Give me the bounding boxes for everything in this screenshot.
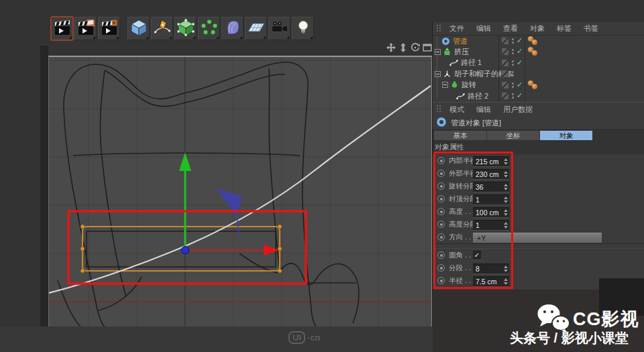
visibility-dots[interactable]	[512, 93, 514, 99]
visibility-dots[interactable]	[512, 60, 514, 66]
array-icon	[201, 19, 218, 39]
enable-check-icon[interactable]: ✓	[517, 36, 523, 45]
pipe-handles	[80, 225, 282, 273]
camera-icon	[271, 19, 288, 39]
cube-icon	[130, 19, 148, 39]
attribute-tabs: 基本 坐标 对象	[434, 131, 644, 140]
rotate-icon[interactable]	[411, 43, 420, 55]
dolly-icon[interactable]	[398, 43, 408, 55]
material-tag[interactable]	[532, 84, 537, 89]
object-tree: 管道 ✓ 挤压 ✓ 路径 1 ✓ 胡子和帽子的样条	[433, 36, 644, 102]
grip-icon[interactable]	[436, 24, 442, 34]
object-manager-menubar: 文件 编辑 查看 对象 标签 书签	[433, 22, 644, 36]
enable-check-icon[interactable]: ✓	[517, 80, 523, 89]
floor-grid-icon	[248, 19, 265, 39]
render-picture-viewer-button[interactable]	[74, 17, 97, 40]
hat-wireframe	[58, 62, 359, 327]
tab-object[interactable]: 对象	[540, 131, 592, 140]
deformer-icon	[224, 19, 241, 39]
enable-check-icon[interactable]: ✓	[517, 91, 523, 100]
pen-icon	[154, 19, 171, 39]
tube-object-icon	[441, 37, 450, 46]
tab-basic[interactable]: 基本	[434, 131, 486, 140]
grip-icon[interactable]	[436, 105, 442, 114]
tree-item-extrude[interactable]: 挤压 ✓	[433, 46, 644, 57]
null-object-icon	[443, 70, 451, 78]
ui-badge: UI	[288, 331, 305, 344]
array-modeling-button[interactable]	[198, 17, 220, 40]
menu-objects[interactable]: 对象	[524, 23, 551, 34]
visibility-dots[interactable]	[512, 71, 514, 76]
collapse-expander[interactable]	[442, 82, 448, 88]
visibility-dots[interactable]	[512, 49, 514, 54]
tree-item-pipe[interactable]: 管道 ✓	[433, 36, 644, 46]
layer-toggle[interactable]	[502, 48, 508, 55]
brand-watermark: CG影视 头条号 / 影视小课堂	[507, 299, 644, 352]
layer-toggle[interactable]	[502, 82, 508, 89]
deformer-button[interactable]	[221, 17, 244, 40]
enable-check-icon[interactable]: ✓	[517, 58, 523, 67]
layer-toggle[interactable]	[502, 60, 508, 66]
enable-check-icon[interactable]: ✓	[517, 47, 523, 56]
main-toolbar	[51, 17, 314, 40]
menu-bookmarks[interactable]: 书签	[578, 23, 604, 34]
viewport-canvas	[49, 57, 431, 328]
pan-icon[interactable]	[386, 43, 396, 55]
spline-object-icon	[456, 92, 465, 101]
extrude-object-icon	[443, 48, 451, 56]
viewport-controls	[385, 43, 432, 55]
tree-item-lathe[interactable]: 旋转 ✓	[433, 80, 644, 91]
menu-edit2[interactable]: 编辑	[470, 105, 497, 115]
attribute-object-title: 管道对象 [管道]	[433, 116, 644, 130]
clapperboard-gear-icon	[101, 19, 118, 38]
menu-view[interactable]: 查看	[497, 23, 524, 34]
gizmo-origin	[182, 247, 189, 254]
camera-button[interactable]	[268, 17, 290, 40]
maximize-view-icon[interactable]	[423, 43, 432, 55]
render-settings-button[interactable]	[98, 17, 120, 40]
floor-button[interactable]	[245, 17, 267, 40]
visibility-dots[interactable]	[512, 38, 514, 44]
front-viewport[interactable]	[48, 56, 432, 328]
menu-edit[interactable]: 编辑	[470, 23, 497, 34]
brand-subtitle: 头条号 / 影视小课堂	[510, 329, 629, 347]
spline-pen-button[interactable]	[151, 17, 173, 40]
object-title-text: 管道对象 [管道]	[451, 118, 501, 128]
collapse-expander[interactable]	[435, 49, 441, 55]
lathe-object-icon	[450, 80, 459, 89]
tree-item-null-group[interactable]: 胡子和帽子的样条	[433, 68, 644, 79]
layer-toggle[interactable]	[502, 93, 508, 99]
attribute-manager-menubar: 模式 编辑 用户数据	[433, 102, 644, 117]
layer-toggle[interactable]	[502, 70, 508, 77]
attributes-annotation-rect	[433, 152, 513, 289]
visibility-dots[interactable]	[512, 82, 514, 88]
brand-name: CG影视	[573, 307, 639, 331]
add-cube-button[interactable]	[127, 17, 150, 40]
viewport-left-gutter	[40, 46, 48, 327]
clapperboard-picture-icon	[77, 19, 95, 38]
make-editable-button[interactable]	[174, 17, 197, 40]
render-view-button[interactable]	[51, 17, 73, 40]
material-tag[interactable]	[532, 40, 537, 45]
editable-cube-icon	[177, 19, 195, 39]
menu-user-data[interactable]: 用户数据	[497, 105, 539, 115]
spline-object-icon	[449, 58, 458, 67]
light-button[interactable]	[292, 17, 314, 40]
tree-item-path2[interactable]: 路径 2 ✓	[433, 91, 644, 101]
tab-coordinates[interactable]: 坐标	[487, 131, 539, 140]
uicn-watermark: UI ·cn	[288, 331, 321, 344]
collapse-expander[interactable]	[435, 71, 441, 77]
tree-item-path1[interactable]: 路径 1 ✓	[433, 58, 644, 68]
clapperboard-icon	[54, 19, 71, 38]
menu-mode[interactable]: 模式	[443, 105, 470, 115]
menu-file[interactable]: 文件	[443, 23, 470, 34]
tube-object-icon	[436, 117, 447, 129]
menu-tags[interactable]: 标签	[551, 23, 578, 34]
ui-suffix: ·cn	[307, 333, 321, 343]
material-tag[interactable]	[532, 50, 537, 56]
cinema4d-window: 文件 编辑 查看 对象 标签 书签 管道 ✓ 挤压 ✓	[0, 0, 644, 352]
layer-toggle[interactable]	[502, 38, 508, 44]
lightbulb-icon	[294, 19, 312, 39]
